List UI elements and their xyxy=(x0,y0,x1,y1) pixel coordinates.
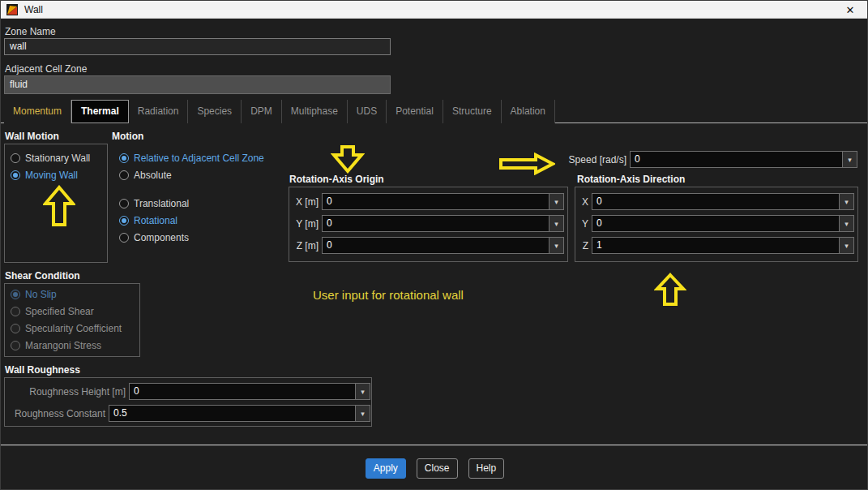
window-title: Wall xyxy=(24,4,43,15)
radio-icon xyxy=(11,153,20,163)
direction-x-value: 0 xyxy=(592,194,839,209)
separator-line xyxy=(1,445,868,445)
radio-specularity-coefficient[interactable]: Specularity Coefficient xyxy=(11,323,122,334)
wall-roughness-title: Wall Roughness xyxy=(5,364,80,376)
radio-absolute[interactable]: Absolute xyxy=(119,170,172,181)
speed-combobox[interactable]: 0 ▾ xyxy=(630,151,857,168)
origin-x-combobox[interactable]: 0 ▾ xyxy=(322,193,564,210)
radio-label: Stationary Wall xyxy=(25,153,90,164)
wall-motion-title: Wall Motion xyxy=(5,131,59,142)
tab-dpm[interactable]: DPM xyxy=(242,100,282,123)
chevron-down-icon[interactable]: ▾ xyxy=(355,406,370,421)
direction-y-label: Y xyxy=(580,218,588,230)
origin-y-label: Y [m] xyxy=(294,218,319,230)
direction-x-label: X xyxy=(580,196,588,208)
wall-dialog: Wall ✕ Zone Name wall Adjacent Cell Zone… xyxy=(0,0,868,490)
rotation-direction-group: X 0 ▾ Y 0 ▾ Z 1 ▾ xyxy=(575,187,858,262)
close-button[interactable]: Close xyxy=(417,458,458,479)
radio-icon xyxy=(119,233,129,243)
radio-icon xyxy=(11,341,20,350)
tab-species[interactable]: Species xyxy=(188,100,242,123)
radio-icon xyxy=(11,324,20,333)
tab-potential[interactable]: Potential xyxy=(387,100,443,123)
radio-stationary-wall[interactable]: Stationary Wall xyxy=(11,153,90,164)
origin-x-value: 0 xyxy=(323,194,549,209)
chevron-down-icon[interactable]: ▾ xyxy=(839,238,853,253)
tab-thermal[interactable]: Thermal xyxy=(71,100,129,123)
tabbar: Momentum Thermal Radiation Species DPM M… xyxy=(4,100,555,123)
radio-moving-wall[interactable]: Moving Wall xyxy=(11,170,78,181)
direction-y-combobox[interactable]: 0 ▾ xyxy=(592,215,854,232)
zone-name-input[interactable]: wall xyxy=(4,38,391,55)
rotation-direction-title: Rotation-Axis Direction xyxy=(577,174,685,185)
chevron-down-icon[interactable]: ▾ xyxy=(839,194,853,209)
radio-relative-to-adjacent[interactable]: Relative to Adjacent Cell Zone xyxy=(119,153,264,164)
wall-roughness-group: Roughness Height [m] 0 ▾ Roughness Const… xyxy=(4,377,372,427)
radio-icon xyxy=(119,153,129,163)
app-icon xyxy=(6,4,18,15)
chevron-down-icon[interactable]: ▾ xyxy=(549,238,563,253)
tab-uds[interactable]: UDS xyxy=(348,100,387,123)
radio-specified-shear[interactable]: Specified Shear xyxy=(11,306,94,317)
origin-y-value: 0 xyxy=(323,216,549,231)
radio-label: Translational xyxy=(134,198,189,209)
chevron-down-icon[interactable]: ▾ xyxy=(355,384,370,399)
radio-icon xyxy=(119,199,129,208)
radio-translational[interactable]: Translational xyxy=(119,198,189,209)
direction-y-value: 0 xyxy=(592,216,839,231)
radio-no-slip[interactable]: No Slip xyxy=(11,289,57,300)
direction-z-value: 1 xyxy=(592,238,839,253)
shear-condition-title: Shear Condition xyxy=(5,270,80,282)
radio-icon xyxy=(11,290,20,299)
adjacent-cell-zone-label: Adjacent Cell Zone xyxy=(5,63,87,75)
titlebar: Wall ✕ xyxy=(1,1,867,19)
dialog-buttons: Apply Close Help xyxy=(1,458,868,479)
radio-label: Rotational xyxy=(134,215,177,226)
direction-z-combobox[interactable]: 1 ▾ xyxy=(592,237,854,254)
annotation-arrow-up-rotation-direction xyxy=(654,273,686,307)
roughness-height-combobox[interactable]: 0 ▾ xyxy=(129,383,370,400)
chevron-down-icon[interactable]: ▾ xyxy=(842,152,857,167)
rotation-origin-title: Rotation-Axis Origin xyxy=(289,174,384,185)
radio-label: Relative to Adjacent Cell Zone xyxy=(134,153,264,164)
annotation-arrow-down-rotation-origin xyxy=(331,144,365,174)
radio-marangoni-stress[interactable]: Marangoni Stress xyxy=(11,340,101,351)
annotation-note: User input for rotational wall xyxy=(313,288,464,302)
tab-multiphase[interactable]: Multiphase xyxy=(282,100,348,123)
direction-x-combobox[interactable]: 0 ▾ xyxy=(592,193,854,210)
chevron-down-icon[interactable]: ▾ xyxy=(549,216,563,231)
origin-z-label: Z [m] xyxy=(294,240,319,251)
help-button[interactable]: Help xyxy=(468,458,505,479)
chevron-down-icon[interactable]: ▾ xyxy=(839,216,853,231)
motion-title: Motion xyxy=(112,131,143,142)
annotation-arrow-right-speed xyxy=(498,153,555,175)
origin-x-label: X [m] xyxy=(294,196,319,208)
adjacent-cell-zone-input: fluid xyxy=(4,75,391,94)
tab-ablation[interactable]: Ablation xyxy=(502,100,555,123)
radio-icon xyxy=(119,216,129,226)
roughness-height-label: Roughness Height [m] xyxy=(8,386,126,398)
origin-y-combobox[interactable]: 0 ▾ xyxy=(322,215,564,232)
radio-label: Absolute xyxy=(134,170,172,181)
roughness-constant-combobox[interactable]: 0.5 ▾ xyxy=(109,405,370,422)
radio-label: No Slip xyxy=(25,289,57,300)
radio-label: Components xyxy=(134,232,189,243)
close-icon[interactable]: ✕ xyxy=(843,2,857,17)
zone-name-label: Zone Name xyxy=(5,26,56,37)
radio-icon xyxy=(11,170,20,180)
apply-button[interactable]: Apply xyxy=(366,458,406,479)
origin-z-value: 0 xyxy=(323,238,549,253)
roughness-constant-label: Roughness Constant xyxy=(8,408,105,419)
tab-structure[interactable]: Structure xyxy=(443,100,502,123)
tab-momentum[interactable]: Momentum xyxy=(4,100,71,123)
radio-icon xyxy=(11,307,20,316)
radio-rotational[interactable]: Rotational xyxy=(119,215,177,226)
radio-components[interactable]: Components xyxy=(119,232,189,243)
chevron-down-icon[interactable]: ▾ xyxy=(549,194,563,209)
radio-label: Moving Wall xyxy=(25,170,78,181)
annotation-arrow-up-moving-wall xyxy=(43,185,75,227)
origin-z-combobox[interactable]: 0 ▾ xyxy=(322,237,564,254)
tab-radiation[interactable]: Radiation xyxy=(129,100,189,123)
roughness-height-value: 0 xyxy=(130,384,355,399)
radio-label: Marangoni Stress xyxy=(25,340,101,351)
